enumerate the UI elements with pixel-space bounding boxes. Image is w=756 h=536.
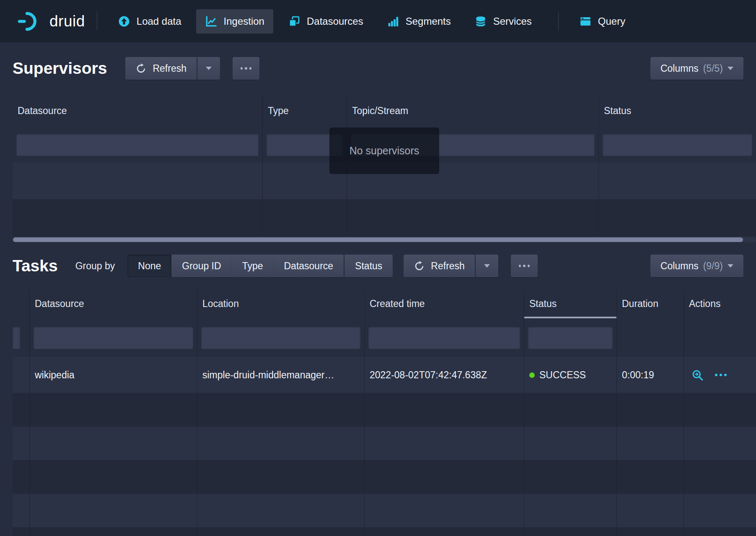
empty-table-row [13,393,756,427]
tasks-refresh-group: Refresh [404,255,498,277]
column-header-actions[interactable]: Actions [684,289,756,318]
supervisors-header-row: Datasource Type Topic/Stream Status [13,94,756,127]
group-by-none-button[interactable]: None [127,255,171,277]
refresh-label: Refresh [153,63,186,74]
supervisors-refresh-button[interactable]: Refresh [125,57,197,80]
column-header-type[interactable]: Type [263,94,347,127]
tasks-status-filter-input[interactable] [528,327,613,349]
task-status: SUCCESS [524,357,617,393]
nav-item-load-data[interactable]: Load data [109,9,190,34]
column-header-status[interactable]: Status [524,289,617,318]
nav-item-segments[interactable]: Segments [378,9,460,34]
refresh-label: Refresh [431,260,465,272]
services-database-icon [474,15,487,28]
group-by-datasource-button[interactable]: Datasource [274,255,344,277]
empty-table-row [13,199,756,236]
nav-item-label: Services [493,16,532,27]
task-actions [684,357,756,393]
scrollbar-thumb[interactable] [13,237,743,242]
tasks-refresh-button[interactable]: Refresh [404,255,475,277]
nav-item-query[interactable]: Query [570,9,634,34]
tasks-filter-row [13,318,756,357]
supervisors-datasource-filter-input[interactable] [16,134,259,156]
more-icon [241,67,252,70]
column-header-spacer [13,289,30,318]
nav-item-services[interactable]: Services [466,9,541,34]
nav-item-label: Datasources [307,16,363,27]
group-by-group-id-button[interactable]: Group ID [171,255,231,277]
task-actions-more-icon[interactable] [715,374,727,376]
tasks-refresh-dropdown-button[interactable] [476,255,498,277]
navbar-divider [558,12,559,31]
column-header-created-time[interactable]: Created time [365,289,524,318]
empty-table-row [13,527,756,536]
empty-table-row [13,494,756,527]
navbar-divider [97,12,97,31]
column-header-topic-stream[interactable]: Topic/Stream [347,94,599,127]
supervisors-horizontal-scrollbar[interactable] [13,237,756,242]
column-header-duration[interactable]: Duration [617,289,684,318]
supervisors-refresh-dropdown-button[interactable] [197,57,220,80]
supervisors-title: Supervisors [13,59,107,78]
group-by-segmented-control: None Group ID Type Datasource Status [127,255,393,277]
query-console-icon [579,15,592,28]
druid-console: druid Load data Ingestion Datasources [0,0,756,536]
tasks-created-time-filter-input[interactable] [368,327,520,349]
tasks-datasource-filter-input[interactable] [34,327,193,349]
segments-bars-icon [387,15,399,28]
task-preview-magnifier-icon[interactable] [691,369,704,382]
task-duration: 0:00:19 [617,357,684,393]
more-icon [519,265,530,267]
column-header-datasource[interactable]: Datasource [13,94,263,127]
column-header-location[interactable]: Location [197,289,365,318]
chevron-down-icon [484,264,490,268]
refresh-icon [414,260,425,272]
columns-label: Columns [660,260,699,272]
druid-logo[interactable]: druid [17,10,85,32]
no-supervisors-message: No supervisors [329,127,439,174]
task-datasource: wikipedia [30,357,197,393]
group-by-label: Group by [75,260,115,272]
columns-label: Columns [660,63,699,74]
empty-table-row [13,460,756,494]
supervisors-columns-button[interactable]: Columns (5/5) [650,57,743,80]
upload-icon [118,15,130,28]
supervisors-table: Datasource Type Topic/Stream Status No s… [13,94,756,242]
supervisors-refresh-group: Refresh [125,57,220,80]
column-header-datasource[interactable]: Datasource [30,289,197,318]
chevron-down-icon [728,67,733,70]
task-created-time: 2022-08-02T07:42:47.638Z [365,357,524,393]
chevron-down-icon [728,264,733,268]
supervisors-more-button[interactable] [233,57,260,80]
partial-filter-input[interactable] [13,327,20,349]
task-status-label: SUCCESS [539,369,586,381]
success-status-dot-icon [529,372,535,378]
group-by-type-button[interactable]: Type [232,255,274,277]
tasks-toolbar: Tasks Group by None Group ID Type Dataso… [13,254,743,278]
chevron-down-icon [206,67,212,70]
top-navbar: druid Load data Ingestion Datasources [0,0,756,42]
task-table-row[interactable]: wikipedia simple-druid-middlemanager… 20… [13,357,756,393]
tasks-location-filter-input[interactable] [201,327,360,349]
brand-name: druid [49,13,85,30]
ingestion-chart-icon [205,15,217,28]
tasks-columns-button[interactable]: Columns (9/9) [650,255,743,277]
empty-table-row [13,427,756,460]
tasks-title: Tasks [13,257,58,275]
nav-item-label: Query [598,16,625,27]
column-header-status[interactable]: Status [599,94,756,127]
tasks-header-row: Datasource Location Created time Status … [13,289,756,318]
tasks-table: Datasource Location Created time Status … [13,289,756,536]
tasks-more-button[interactable] [511,255,538,277]
supervisors-toolbar: Supervisors Refresh Columns (5/5) [13,57,743,80]
task-location: simple-druid-middlemanager… [197,357,365,393]
druid-logo-icon [17,10,43,32]
nav-item-ingestion[interactable]: Ingestion [196,9,273,34]
datasources-layers-icon [288,15,300,28]
nav-item-datasources[interactable]: Datasources [279,9,372,34]
refresh-icon [135,63,147,74]
group-by-status-button[interactable]: Status [344,255,393,277]
nav-item-label: Ingestion [224,16,264,27]
supervisors-status-filter-input[interactable] [603,134,752,156]
columns-count: (9/9) [703,260,723,272]
